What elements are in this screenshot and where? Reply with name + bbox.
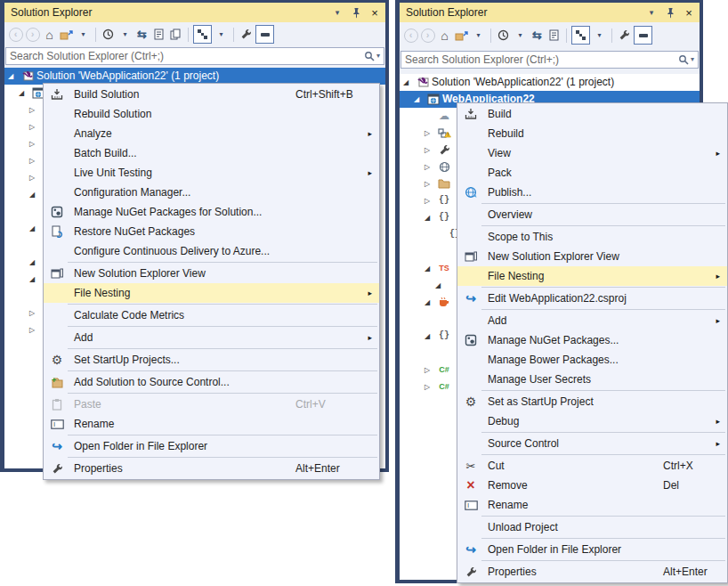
menu-item-overview[interactable]: Overview	[457, 205, 727, 224]
menu-item-debug[interactable]: Debug▸	[457, 411, 727, 431]
menu-item-manage-bower-packages[interactable]: Manage Bower Packages...	[457, 350, 727, 370]
menu-item-publish[interactable]: Publish...	[457, 183, 727, 202]
pending-changes-filter-icon[interactable]	[496, 28, 511, 44]
properties-pages-icon[interactable]	[546, 28, 562, 44]
switch-views-icon[interactable]	[571, 26, 590, 45]
menu-item-view[interactable]: View▸	[457, 143, 727, 163]
expanded-arrow-icon[interactable]: ◢	[29, 220, 35, 237]
collapsed-arrow-icon[interactable]: ▷	[425, 362, 430, 378]
collapsed-arrow-icon[interactable]: ▷	[425, 125, 430, 142]
collapsed-arrow-icon[interactable]: ▷	[29, 169, 35, 186]
dropdown-caret-icon[interactable]: ▾	[592, 28, 607, 44]
menu-item-analyze[interactable]: Analyze▸	[44, 124, 379, 143]
dropdown-caret-icon[interactable]: ▾	[214, 27, 229, 43]
collapsed-arrow-icon[interactable]: ▷	[425, 142, 430, 159]
copy-icon[interactable]	[168, 27, 183, 43]
menu-item-build-solution[interactable]: Build SolutionCtrl+Shift+B	[44, 85, 379, 104]
menu-item-set-startup-projects[interactable]: ⚙Set StartUp Projects...	[44, 350, 379, 370]
collapsed-arrow-icon[interactable]: ▷	[29, 321, 35, 338]
menu-item-rename[interactable]: IRename	[457, 495, 727, 515]
wrench-icon[interactable]	[239, 27, 254, 43]
tool-window-titlebar[interactable]: Solution Explorer ▾×	[4, 3, 385, 22]
menu-item-unload-project[interactable]: Unload Project	[457, 517, 727, 537]
sync-icon[interactable]: ⇆	[530, 28, 545, 44]
menu-item-add[interactable]: Add▸	[457, 311, 727, 330]
search-options-caret-icon[interactable]: ▾	[376, 53, 380, 60]
dropdown-caret-icon[interactable]: ▾	[76, 27, 91, 43]
menu-item-rename[interactable]: IRename	[44, 414, 379, 434]
expanded-arrow-icon[interactable]: ◢	[435, 277, 441, 294]
forward-icon[interactable]: ›	[420, 28, 435, 44]
expanded-arrow-icon[interactable]: ◢	[29, 271, 35, 288]
pin-icon[interactable]	[351, 6, 361, 19]
collapse-all-icon[interactable]	[59, 27, 74, 43]
forward-icon[interactable]: ›	[25, 27, 40, 43]
collapsed-arrow-icon[interactable]: ▷	[425, 175, 430, 192]
menu-item-add-solution-to-source-control[interactable]: +Add Solution to Source Control...	[44, 372, 379, 392]
search-input[interactable]: Search Solution Explorer (Ctrl+;) ▾	[400, 51, 699, 69]
collapsed-arrow-icon[interactable]: ▷	[29, 135, 35, 152]
menu-item-properties[interactable]: PropertiesAlt+Enter	[44, 459, 379, 478]
expanded-arrow-icon[interactable]: ◢	[19, 85, 24, 102]
expanded-arrow-icon[interactable]: ◢	[29, 186, 35, 203]
menu-item-scope-to-this[interactable]: Scope to This	[457, 227, 727, 247]
home-icon[interactable]: ⌂	[437, 28, 452, 44]
menu-item-remove[interactable]: ×RemoveDel	[457, 476, 727, 495]
wrench-icon[interactable]	[617, 28, 632, 44]
expanded-arrow-icon[interactable]: ◢	[425, 260, 430, 277]
preview-selected-items-icon[interactable]	[634, 26, 652, 45]
collapsed-arrow-icon[interactable]: ▷	[29, 305, 35, 321]
menu-item-edit-webapplication22-csproj[interactable]: ↪Edit WebApplication22.csproj	[457, 289, 727, 308]
expanded-arrow-icon[interactable]: ◢	[29, 254, 35, 271]
close-icon[interactable]: ×	[369, 6, 380, 19]
menu-item-file-nesting[interactable]: File Nesting▸	[457, 266, 727, 286]
properties-pages-icon[interactable]	[151, 27, 166, 43]
menu-item-rebuild-solution[interactable]: Rebuild Solution	[44, 104, 379, 124]
tool-window-titlebar[interactable]: Solution Explorer ▾×	[400, 3, 700, 22]
menu-item-open-folder-in-file-explorer[interactable]: ↪Open Folder in File Explorer	[44, 436, 379, 456]
menu-item-new-solution-explorer-view[interactable]: New Solution Explorer View	[457, 247, 727, 266]
menu-item-batch-build[interactable]: Batch Build...	[44, 143, 379, 163]
menu-item-paste[interactable]: PasteCtrl+V	[44, 395, 379, 414]
search-input[interactable]: Search Solution Explorer (Ctrl+;) ▾	[5, 47, 384, 65]
menu-item-add[interactable]: Add▸	[44, 328, 379, 347]
menu-item-configuration-manager[interactable]: Configuration Manager...	[44, 183, 379, 202]
menu-item-cut[interactable]: ✂CutCtrl+X	[457, 456, 727, 476]
back-icon[interactable]: ‹	[8, 27, 23, 43]
menu-item-set-as-startup-project[interactable]: ⚙Set as StartUp Project	[457, 392, 727, 411]
solution-node[interactable]: ◢Solution 'WebApplication22' (1 project)	[400, 74, 700, 91]
menu-item-manage-nuget-packages-for-solution[interactable]: Manage NuGet Packages for Solution...	[44, 202, 379, 222]
collapse-all-icon[interactable]	[454, 28, 469, 44]
search-icon[interactable]	[678, 54, 689, 65]
collapsed-arrow-icon[interactable]: ▷	[29, 152, 35, 169]
expanded-arrow-icon[interactable]: ◢	[403, 74, 408, 91]
collapsed-arrow-icon[interactable]: ▷	[425, 378, 430, 395]
menu-item-manage-nuget-packages[interactable]: Manage NuGet Packages...	[457, 330, 727, 350]
expanded-arrow-icon[interactable]: ◢	[425, 294, 430, 311]
menu-item-source-control[interactable]: Source Control▸	[457, 434, 727, 453]
menu-item-pack[interactable]: Pack	[457, 163, 727, 183]
collapsed-arrow-icon[interactable]: ▷	[425, 192, 430, 209]
expanded-arrow-icon[interactable]: ◢	[425, 328, 430, 345]
dropdown-caret-icon[interactable]: ▾	[117, 27, 133, 43]
pin-icon[interactable]	[665, 6, 675, 19]
sync-icon[interactable]: ⇆	[134, 27, 150, 43]
menu-item-calculate-code-metrics[interactable]: Calculate Code Metrics	[44, 305, 379, 325]
home-icon[interactable]: ⌂	[42, 27, 57, 43]
menu-item-build[interactable]: Build	[457, 104, 727, 124]
menu-item-configure-continuous-delivery-to-azure[interactable]: Configure Continuous Delivery to Azure..…	[44, 241, 379, 261]
menu-item-file-nesting[interactable]: File Nesting▸	[44, 283, 379, 303]
back-icon[interactable]: ‹	[403, 28, 418, 44]
menu-item-restore-nuget-packages[interactable]: Restore NuGet Packages	[44, 222, 379, 241]
menu-item-new-solution-explorer-view[interactable]: New Solution Explorer View	[44, 264, 379, 283]
menu-item-live-unit-testing[interactable]: Live Unit Testing▸	[44, 163, 379, 183]
menu-item-manage-user-secrets[interactable]: Manage User Secrets	[457, 370, 727, 389]
menu-item-rebuild[interactable]: Rebuild	[457, 124, 727, 143]
collapsed-arrow-icon[interactable]: ▷	[29, 118, 35, 135]
collapsed-arrow-icon[interactable]: ▷	[29, 102, 35, 118]
expanded-arrow-icon[interactable]: ◢	[425, 209, 430, 226]
window-position-icon[interactable]: ▾	[332, 6, 343, 19]
switch-views-icon[interactable]	[193, 25, 212, 44]
menu-item-open-folder-in-file-explorer[interactable]: ↪Open Folder in File Explorer	[457, 540, 727, 559]
search-options-caret-icon[interactable]: ▾	[691, 56, 694, 63]
